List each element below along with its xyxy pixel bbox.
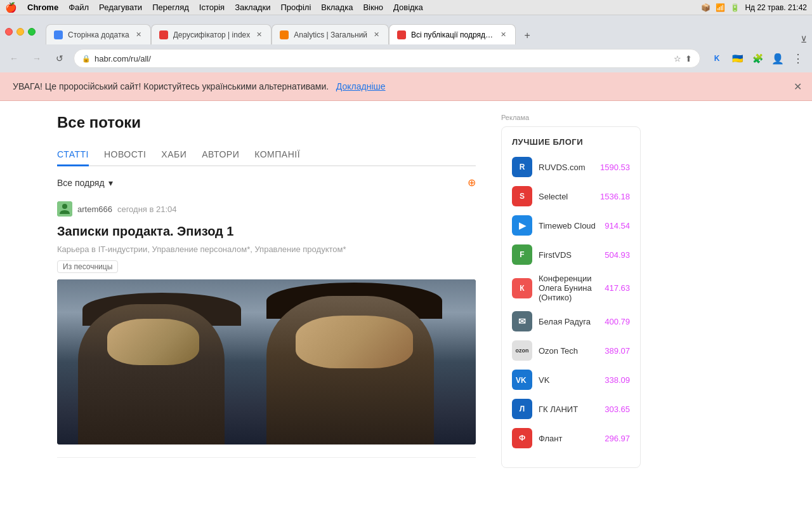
- page-content: УВАГА! Це проросійський сайт! Користуйте…: [0, 72, 812, 508]
- lock-icon: 🔒: [82, 55, 91, 63]
- blog-logo: ✉: [512, 311, 532, 331]
- blog-item[interactable]: R RUVDS.com 1590.53: [512, 157, 630, 177]
- tab-4-close[interactable]: ✕: [499, 29, 508, 40]
- menu-button[interactable]: ⋮: [789, 50, 807, 67]
- blog-score: 417.63: [605, 283, 630, 293]
- blog-name: RUVDS.com: [539, 163, 594, 172]
- blog-item[interactable]: ozon Ozon Tech 389.07: [512, 340, 630, 361]
- blog-name: Ozon Tech: [539, 346, 598, 356]
- blog-logo: S: [512, 186, 532, 206]
- tab-2-close[interactable]: ✕: [255, 29, 263, 40]
- blog-item[interactable]: F FirstVDS 504.93: [512, 244, 630, 265]
- address-field[interactable]: 🔒 habr.com/ru/all/ ☆ ⬆: [74, 49, 700, 68]
- content-area: Все потоки СТАТТІ НОВОСТІ ХАБИ АВТОРИ КО…: [44, 114, 488, 468]
- blog-item[interactable]: ✉ Белая Радуга 400.79: [512, 311, 630, 331]
- blog-score: 914.54: [605, 221, 630, 231]
- wifi-icon: 📶: [716, 3, 725, 12]
- svg-point-1: [62, 204, 67, 209]
- article-time: сегодня в 21:04: [117, 204, 177, 214]
- menubar-tab[interactable]: Вкладка: [321, 3, 353, 12]
- svg-text:VK: VK: [516, 376, 527, 384]
- tab-1-close[interactable]: ✕: [134, 29, 143, 40]
- blog-name: FirstVDS: [539, 250, 598, 260]
- warning-link[interactable]: Докладніше: [336, 81, 386, 91]
- bookmark-star-icon[interactable]: ☆: [674, 54, 681, 64]
- menubar-history[interactable]: Історія: [199, 3, 225, 12]
- minimize-button[interactable]: [16, 28, 24, 36]
- tab-list-button[interactable]: ⊻: [801, 34, 807, 44]
- best-blogs-card: ЛУЧШИЕ БЛОГИ R RUVDS.com 1590.53 S Selec…: [501, 126, 641, 468]
- apple-menu[interactable]: 🍎: [5, 2, 17, 13]
- browser-actions: K 🇺🇦 🧩 👤 ⋮: [708, 50, 807, 67]
- blog-item[interactable]: ▶ Timeweb Cloud 914.54: [512, 215, 630, 236]
- main-layout: Все потоки СТАТТІ НОВОСТІ ХАБИ АВТОРИ КО…: [44, 101, 768, 468]
- blog-list: R RUVDS.com 1590.53 S Selectel 1536.18 ▶…: [512, 157, 630, 448]
- tab-3-title: Analytics | Загальний: [294, 30, 367, 39]
- tab-authors[interactable]: АВТОРИ: [202, 144, 239, 166]
- article-title[interactable]: Записки продакта. Эпизод 1: [57, 223, 476, 239]
- blog-score: 400.79: [605, 317, 630, 326]
- tab-1-title: Сторінка додатка: [68, 30, 129, 39]
- menubar-view[interactable]: Перегляд: [152, 3, 189, 12]
- tab-3-close[interactable]: ✕: [372, 29, 381, 40]
- flag-icon[interactable]: 🇺🇦: [728, 50, 746, 67]
- menubar-right: 📦 📶 🔋 Нд 22 трав. 21:42: [701, 3, 807, 12]
- tab-articles[interactable]: СТАТТІ: [57, 144, 89, 166]
- tab-companies[interactable]: КОМПАНІЇ: [254, 144, 300, 166]
- blog-name: Selectel: [539, 192, 594, 201]
- menubar-file[interactable]: Файл: [69, 3, 89, 12]
- menubar-chrome[interactable]: Chrome: [27, 3, 58, 12]
- back-button[interactable]: ←: [5, 50, 23, 67]
- menubar-window[interactable]: Вікно: [363, 3, 383, 12]
- browser-frame: Сторінка додатка ✕ Дерусифікатор | index…: [0, 15, 812, 72]
- blog-logo: VK: [512, 370, 532, 390]
- close-button[interactable]: [5, 28, 13, 36]
- article-tag[interactable]: Из песочницы: [57, 260, 118, 273]
- blog-item[interactable]: VK VK 338.09: [512, 370, 630, 390]
- rss-icon[interactable]: ⊕: [468, 177, 476, 189]
- blog-logo: ▶: [512, 215, 532, 236]
- tab-4-favicon: [397, 30, 406, 39]
- reload-button[interactable]: ↺: [51, 50, 69, 67]
- blog-item[interactable]: S Selectel 1536.18: [512, 186, 630, 206]
- blog-score: 1590.53: [600, 163, 630, 172]
- share-icon[interactable]: ⬆: [685, 54, 692, 64]
- blog-score: 303.65: [605, 404, 630, 414]
- article-meta: artem666 сегодня в 21:04: [57, 201, 476, 217]
- menubar-bookmarks[interactable]: Закладки: [235, 3, 270, 12]
- menubar-help[interactable]: Довідка: [393, 3, 423, 12]
- tab-4-title: Всі публікації подряд / Хаб...: [411, 30, 494, 39]
- tab-2[interactable]: Дерусифікатор | index ✕: [151, 24, 272, 44]
- tab-3[interactable]: Analytics | Загальний ✕: [272, 24, 389, 44]
- article-author[interactable]: artem666: [77, 204, 112, 214]
- extensions-button[interactable]: K: [708, 50, 726, 67]
- blog-name: Timeweb Cloud: [539, 221, 598, 231]
- tab-3-favicon: [280, 30, 289, 39]
- profile-avatar[interactable]: 👤: [769, 50, 787, 67]
- content-tabs: СТАТТІ НОВОСТІ ХАБИ АВТОРИ КОМПАНІЇ: [57, 144, 476, 166]
- tab-2-title: Дерусифікатор | index: [173, 30, 251, 39]
- warning-close-button[interactable]: ✕: [794, 81, 802, 93]
- menubar-profiles[interactable]: Профілі: [280, 3, 311, 12]
- blog-item[interactable]: Ф Флант 296.97: [512, 428, 630, 448]
- blog-score: 338.09: [605, 375, 630, 385]
- dropbox-icon: 📦: [701, 3, 710, 12]
- forward-button[interactable]: →: [28, 50, 46, 67]
- tab-hubs[interactable]: ХАБИ: [161, 144, 187, 166]
- tab-1[interactable]: Сторінка додатка ✕: [46, 24, 151, 44]
- puzzle-icon[interactable]: 🧩: [749, 50, 766, 67]
- blog-logo: F: [512, 244, 532, 265]
- blog-name: ГК ЛАНИТ: [539, 404, 598, 414]
- article-item: artem666 сегодня в 21:04 Записки продакт…: [57, 201, 476, 458]
- menubar-edit[interactable]: Редагувати: [99, 3, 142, 12]
- maximize-button[interactable]: [28, 28, 36, 36]
- tab-4[interactable]: Всі публікації подряд / Хаб... ✕: [389, 24, 516, 44]
- tab-news[interactable]: НОВОСТІ: [104, 144, 146, 166]
- blog-logo: К: [512, 278, 532, 298]
- blog-item[interactable]: Л ГК ЛАНИТ 303.65: [512, 399, 630, 419]
- filter-dropdown[interactable]: Все подряд ▾: [57, 178, 113, 188]
- warning-banner: УВАГА! Це проросійський сайт! Користуйте…: [0, 72, 812, 101]
- sidebar: Реклама ЛУЧШИЕ БЛОГИ R RUVDS.com 1590.53…: [488, 114, 653, 468]
- blog-item[interactable]: К Конференции Олега Бунина (Онтико) 417.…: [512, 274, 630, 302]
- new-tab-button[interactable]: +: [518, 27, 536, 44]
